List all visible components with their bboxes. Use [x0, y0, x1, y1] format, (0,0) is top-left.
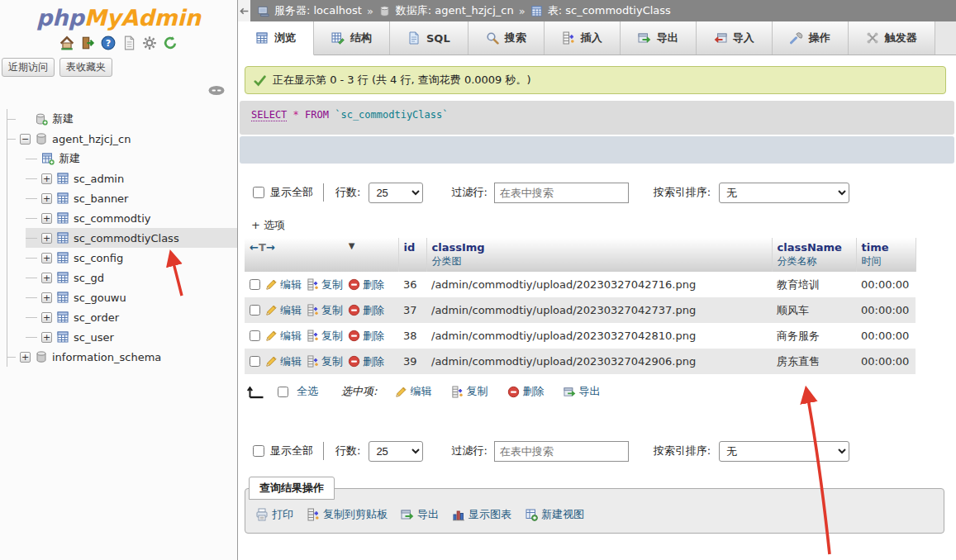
copy-row-button[interactable]: 复制 [307, 329, 343, 344]
collapse-sidebar-button[interactable] [238, 0, 250, 21]
tab-insert[interactable]: 插入 [545, 21, 621, 55]
delete-row-button[interactable]: 删除 [348, 329, 384, 344]
row-checkbox[interactable] [250, 330, 260, 341]
expand-icon[interactable]: + [41, 273, 52, 283]
recent-tables-button[interactable]: 近期访问 [2, 58, 55, 77]
sql-keyword-from: FROM [305, 109, 329, 121]
delete-row-button[interactable]: 删除 [348, 303, 384, 318]
link-panels-icon[interactable] [207, 85, 226, 96]
tab-browse[interactable]: 浏览 [238, 21, 314, 55]
sort-by-key-select[interactable]: 无 [719, 441, 849, 462]
tree-item-table-sc-admin[interactable]: + sc_admin [26, 168, 237, 188]
check-all-checkbox[interactable] [278, 387, 288, 397]
arrow-right-icon[interactable]: → [266, 241, 275, 254]
copy-row-button[interactable]: 复制 [307, 354, 343, 369]
pencil-icon [265, 278, 278, 291]
tree-item-new-table[interactable]: 新建 [26, 149, 237, 168]
delete-row-button[interactable]: 删除 [348, 278, 384, 292]
settings-icon[interactable] [142, 36, 157, 50]
create-view-button[interactable]: 新建视图 [525, 507, 584, 522]
options-toggle-link[interactable]: + 选项 [251, 218, 285, 233]
tab-structure[interactable]: 结构 [314, 21, 390, 55]
favorite-tables-button[interactable]: 表收藏夹 [59, 58, 112, 77]
sort-by-key-select[interactable]: 无 [719, 183, 849, 203]
cell-time: 00:00:00 [856, 272, 916, 297]
expand-icon[interactable]: + [41, 312, 52, 323]
results-table: ←T→ ▼ id classImg分类图 className分类名称 time时… [245, 238, 916, 374]
export-button[interactable]: 导出 [401, 507, 439, 522]
tab-label: 搜索 [505, 31, 526, 45]
text-toggle-icon[interactable]: T [259, 241, 266, 254]
expand-icon[interactable]: + [20, 352, 31, 363]
copy-icon [451, 386, 464, 398]
expand-icon[interactable]: + [41, 173, 52, 184]
edit-row-button[interactable]: 编辑 [265, 329, 302, 344]
show-all-checkbox[interactable] [253, 445, 264, 457]
tree-item-table-sc-order[interactable]: + sc_order [26, 307, 237, 327]
table-search-input[interactable] [494, 183, 629, 203]
copy-to-clipboard-button[interactable]: 复制到剪贴板 [307, 507, 388, 522]
expand-icon[interactable]: + [41, 332, 52, 343]
tree-item-table-sc-commodtiyclass[interactable]: + sc_commodtiyClass [26, 228, 237, 248]
arrow-left-icon[interactable]: ← [250, 241, 259, 254]
tree-item-table-sc-config[interactable]: + sc_config [26, 248, 237, 268]
expand-icon[interactable]: + [41, 193, 52, 204]
print-button[interactable]: 打印 [255, 507, 293, 522]
row-checkbox[interactable] [250, 356, 260, 367]
rows-count-label: 行数: [335, 444, 360, 458]
sql-keyword-select[interactable]: SELECT [251, 109, 287, 121]
copy-row-button[interactable]: 复制 [307, 278, 343, 292]
edit-row-button[interactable]: 编辑 [265, 278, 302, 292]
column-header-classimg[interactable]: classImg分类图 [426, 238, 772, 272]
check-all-link[interactable]: 全选 [297, 384, 318, 399]
tree-item-table-sc-banner[interactable]: + sc_banner [26, 188, 237, 208]
tab-sql[interactable]: SQL [390, 21, 468, 55]
column-header-classname[interactable]: className分类名称 [772, 238, 856, 272]
tab-operations[interactable]: 操作 [773, 21, 849, 55]
tree-item-database-agent-hzjcj-cn[interactable]: − agent_hzjcj_cn [7, 129, 237, 149]
logout-icon[interactable] [80, 36, 95, 50]
docs-icon[interactable] [121, 36, 136, 50]
edit-selected-button[interactable]: 编辑 [395, 384, 431, 399]
table-icon [56, 211, 69, 225]
tree-item-database-information-schema[interactable]: + information_schema [7, 347, 237, 367]
expand-icon[interactable]: + [41, 233, 52, 244]
edit-row-button[interactable]: 编辑 [265, 303, 302, 318]
delete-row-button[interactable]: 删除 [348, 354, 384, 369]
tree-item-new-database[interactable]: 新建 [7, 109, 237, 129]
home-icon[interactable] [59, 36, 74, 50]
rows-count-select[interactable]: 25 [369, 441, 423, 462]
row-checkbox[interactable] [250, 305, 260, 316]
tree-item-table-sc-gd[interactable]: + sc_gd [26, 268, 237, 287]
phpmyadmin-logo[interactable]: phpMyAdmin [0, 5, 237, 31]
edit-row-button[interactable]: 编辑 [265, 354, 302, 369]
export-selected-button[interactable]: 导出 [564, 384, 600, 399]
tab-triggers[interactable]: 触发器 [849, 21, 935, 55]
refresh-icon[interactable] [163, 36, 178, 50]
expand-icon[interactable]: + [41, 253, 52, 263]
display-chart-button[interactable]: 显示图表 [452, 507, 511, 522]
breadcrumb-database[interactable]: 数据库: agent_hzjcj_cn [396, 3, 514, 18]
tab-export[interactable]: 导出 [621, 21, 697, 55]
tree-item-table-sc-user[interactable]: + sc_user [26, 327, 237, 347]
rows-count-select[interactable]: 25 [369, 183, 423, 203]
tree-item-table-sc-gouwu[interactable]: + sc_gouwu [26, 287, 237, 307]
tab-search[interactable]: 搜索 [468, 21, 545, 55]
copy-selected-button[interactable]: 复制 [451, 384, 488, 399]
expand-icon[interactable]: + [41, 213, 52, 224]
tab-import[interactable]: 导入 [697, 21, 773, 55]
expand-icon[interactable]: + [41, 292, 52, 303]
copy-row-button[interactable]: 复制 [307, 303, 343, 318]
breadcrumb-table[interactable]: 表: sc_commodtiyClass [548, 3, 671, 18]
tree-item-table-sc-commodtiy[interactable]: + sc_commodtiy [26, 208, 237, 228]
table-search-input[interactable] [494, 441, 629, 462]
sort-options-icon[interactable]: ▼ [349, 241, 355, 250]
delete-selected-button[interactable]: 删除 [507, 384, 544, 399]
breadcrumb-server[interactable]: 服务器: localhost [274, 3, 362, 18]
help-icon[interactable]: ? [101, 36, 116, 50]
collapse-icon[interactable]: − [20, 134, 31, 145]
column-header-time[interactable]: time时间 [856, 238, 916, 272]
show-all-checkbox[interactable] [253, 187, 264, 198]
row-checkbox[interactable] [250, 279, 260, 290]
column-header-id[interactable]: id [398, 238, 426, 272]
